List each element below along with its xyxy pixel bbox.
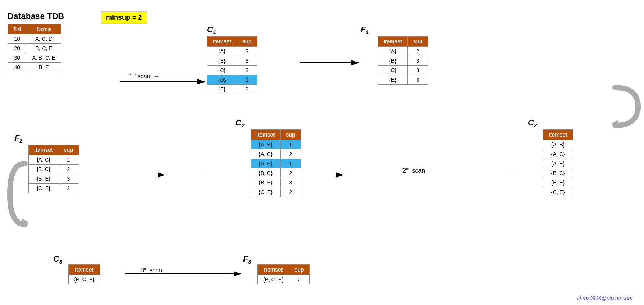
scan2-label: 2nd scan (402, 167, 425, 174)
C2-right-row: {A, B} (543, 140, 573, 149)
C1-sup: 3 (237, 56, 257, 66)
db-header-items: Items (27, 24, 61, 34)
C2-right-table-container: Itemset {A, B}{A, C}{A, E}{B, C}{B, E}{C… (543, 129, 573, 197)
F3-label: F3 (243, 254, 251, 265)
C2-mid-sub: 2 (242, 122, 245, 129)
db-items: A, C, D (27, 34, 61, 44)
C2-mid-header-itemset: Itemset (251, 130, 281, 140)
F3-sub: 3 (248, 259, 251, 265)
C2-right-row: {B, C} (543, 168, 573, 178)
F3-row: {B, C, E}2 (258, 275, 310, 284)
db-table: Tid Items 10A, C, D20B, C, E30A, B, C, E… (8, 24, 61, 72)
C1-sup: 3 (237, 85, 257, 94)
scan3-label: 3rd scan (140, 266, 162, 274)
curved-arrow-right (611, 84, 642, 131)
C3-header-itemset: Itemset (69, 265, 100, 275)
F3-header-sup: sup (289, 265, 309, 275)
db-tid: 40 (8, 63, 27, 72)
db-row: 20B, C, E (8, 44, 61, 53)
C2-mid-itemset: {B, C} (251, 168, 281, 178)
C2-mid-row: {B, C}2 (251, 168, 301, 178)
F2-itemset: {B, C} (29, 165, 58, 174)
db-row: 30A, B, C, E (8, 53, 61, 63)
C2-right-sub: 2 (534, 122, 537, 129)
F2-label: F2 (14, 133, 22, 144)
C1-row: {B}3 (207, 56, 257, 66)
F2-sup: 2 (58, 184, 79, 193)
db-tid: 20 (8, 44, 27, 53)
C1-label: C1 (207, 25, 216, 35)
C1-sub: 1 (213, 29, 216, 35)
C2-mid-itemset: {A, C} (251, 149, 281, 159)
C2-right-itemset: {C, E} (543, 187, 573, 197)
db-tid: 10 (8, 34, 27, 44)
F2-sup: 3 (58, 174, 79, 184)
F2-itemset: {B, E} (29, 174, 58, 184)
C2-right-itemset: {A, E} (543, 159, 573, 168)
F2-sup: 2 (58, 165, 79, 174)
F2-sub: 2 (19, 138, 22, 144)
C2-mid-row: {B, E}3 (251, 178, 301, 187)
C2-right-itemset: {A, C} (543, 149, 573, 159)
C3-label: C3 (53, 254, 62, 265)
C2-right-itemset: {B, C} (543, 168, 573, 178)
C1-sup: 3 (237, 66, 257, 75)
F1-sup: 2 (408, 47, 428, 56)
C3-table: Itemset {B, C, E} (68, 264, 100, 284)
F1-header-itemset: Itemset (378, 37, 408, 47)
F1-itemset: {E} (378, 75, 408, 85)
F1-row: {A}2 (378, 47, 428, 56)
C1-table: Itemset sup {A}2{B}3{C}3{D}1{E}3 (207, 36, 257, 94)
F1-table-container: Itemset sup {A}2{B}3{C}3{E}3 (378, 36, 428, 85)
C2-mid-table-container: Itemset sup {A, B}1{A, C}2{A, E}1{B, C}2… (251, 129, 301, 197)
C2-mid-row: {A, E}1 (251, 159, 301, 168)
F2-sup: 2 (58, 155, 79, 165)
F3-table: Itemset sup {B, C, E}2 (257, 264, 310, 284)
C1-itemset: {C} (207, 66, 237, 75)
C1-header-itemset: Itemset (207, 37, 237, 47)
F1-sub: 1 (366, 29, 369, 35)
C2-right-table: Itemset {A, B}{A, C}{A, E}{B, C}{B, E}{C… (543, 129, 573, 197)
F3-sup: 2 (289, 275, 309, 284)
F3-table-container: Itemset sup {B, C, E}2 (257, 264, 310, 284)
db-header-tid: Tid (8, 24, 27, 34)
scan1-label: 1st scan → (129, 72, 159, 80)
C2-mid-row: {A, C}2 (251, 149, 301, 159)
C2-mid-sup: 2 (281, 149, 301, 159)
C1-table-container: Itemset sup {A}2{B}3{C}3{D}1{E}3 (207, 36, 257, 94)
C1-itemset: {D} (207, 75, 237, 85)
F3-itemset: {B, C, E} (258, 275, 289, 284)
C2-mid-sup: 2 (281, 187, 301, 197)
F2-table: Itemset sup {A, C}2{B, C}2{B, E}3{C, E}2 (28, 145, 79, 193)
F3-header-itemset: Itemset (258, 265, 289, 275)
db-row: 10A, C, D (8, 34, 61, 44)
C2-mid-sup: 1 (281, 159, 301, 168)
F1-row: {B}3 (378, 56, 428, 66)
F2-row: {B, E}3 (29, 174, 79, 184)
C2-mid-sup: 3 (281, 178, 301, 187)
F2-row: {A, C}2 (29, 155, 79, 165)
minsup-badge: minsup = 2 (101, 11, 147, 24)
F1-sup: 3 (408, 56, 428, 66)
F1-label: F1 (361, 25, 369, 35)
db-items: A, B, C, E (27, 53, 61, 63)
C1-itemset: {E} (207, 85, 237, 94)
C1-row: {E}3 (207, 85, 257, 94)
C2-mid-table: Itemset sup {A, B}1{A, C}2{A, E}1{B, C}2… (251, 129, 301, 197)
C2-mid-itemset: {B, E} (251, 178, 281, 187)
F1-sup: 3 (408, 66, 428, 75)
F1-header-sup: sup (408, 37, 428, 47)
C2-mid-itemset: {A, B} (251, 140, 281, 149)
F1-itemset: {A} (378, 47, 408, 56)
C3-table-container: Itemset {B, C, E} (68, 264, 100, 284)
C1-header-sup: sup (237, 37, 257, 47)
C2-right-row: {A, C} (543, 149, 573, 159)
F1-table: Itemset sup {A}2{B}3{C}3{E}3 (378, 36, 428, 85)
db-row: 40B, E (8, 63, 61, 72)
C2-right-itemset: {A, B} (543, 140, 573, 149)
C1-sup: 2 (237, 47, 257, 56)
F1-sup: 3 (408, 75, 428, 85)
C2-right-row: {B, E} (543, 178, 573, 187)
F2-header-itemset: Itemset (29, 145, 58, 155)
F1-itemset: {C} (378, 66, 408, 75)
